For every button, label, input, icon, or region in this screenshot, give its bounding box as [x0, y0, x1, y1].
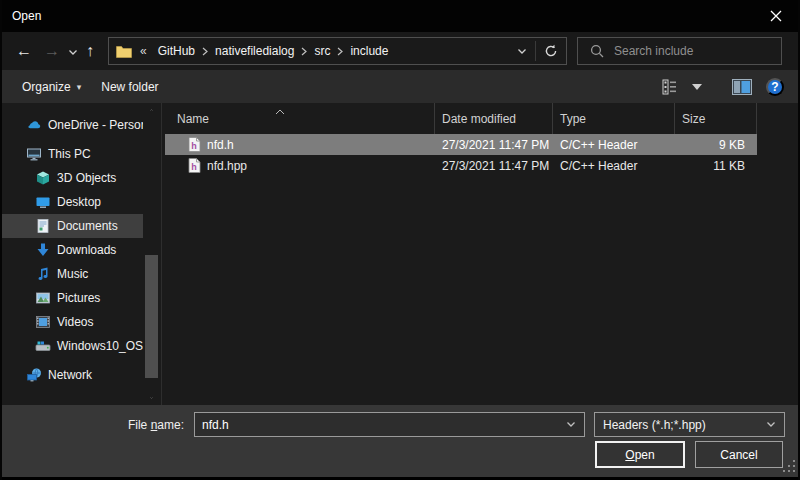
sidebar-item-music[interactable]: Music: [2, 262, 143, 286]
sidebar-item-downloads[interactable]: Downloads: [2, 238, 143, 262]
column-header-label: Date modified: [442, 112, 516, 126]
navigation-pane: OneDrive - Persor This PC 3D Objects Des…: [2, 103, 162, 405]
sidebar-item-this-pc[interactable]: This PC: [2, 142, 143, 166]
file-size: 11 KB: [675, 159, 755, 173]
back-button[interactable]: ←: [10, 39, 38, 63]
file-name-input[interactable]: [195, 417, 558, 433]
address-bar[interactable]: « GitHub nativefiledialog src include: [108, 37, 567, 65]
scroll-down-button[interactable]: [144, 391, 159, 405]
sidebar-scrollbar[interactable]: [144, 103, 159, 405]
sidebar-item-label: Desktop: [57, 195, 101, 209]
organize-label: Organize: [22, 80, 71, 94]
breadcrumb-overflow[interactable]: «: [136, 44, 151, 58]
preview-pane-button[interactable]: [726, 75, 758, 99]
column-header-date-modified[interactable]: Date modified: [435, 103, 553, 134]
title-bar: Open: [2, 0, 798, 32]
file-type: C/C++ Header: [553, 159, 675, 173]
file-type-dropdown-button[interactable]: [758, 421, 784, 428]
sidebar-item-label: Music: [57, 267, 88, 281]
refresh-button[interactable]: [536, 38, 566, 64]
column-header-type[interactable]: Type: [553, 103, 675, 134]
open-button[interactable]: Open: [595, 441, 685, 468]
up-button[interactable]: ↑: [80, 39, 100, 63]
pictures-icon: [35, 290, 51, 306]
resize-grip-icon[interactable]: [783, 460, 795, 472]
new-folder-label: New folder: [101, 80, 158, 94]
sidebar-item-documents[interactable]: Documents: [2, 214, 143, 238]
view-mode-dropdown-button[interactable]: [686, 80, 708, 94]
chevron-down-icon: [566, 421, 576, 428]
sidebar-item-desktop[interactable]: Desktop: [2, 190, 143, 214]
cancel-button[interactable]: Cancel: [695, 441, 783, 468]
caret-down-icon: ▾: [77, 82, 82, 92]
chevron-down-icon: [517, 48, 527, 55]
videos-icon: [35, 314, 51, 330]
sidebar-item-onedrive[interactable]: OneDrive - Persor: [2, 113, 143, 137]
navigation-bar: ← → ↑ « GitHub nativefiledialog src incl…: [2, 32, 798, 70]
file-row-nfd-h[interactable]: h nfd.h 27/3/2021 11:47 PM C/C++ Header …: [165, 134, 757, 155]
column-header-label: Size: [682, 112, 705, 126]
header-file-icon: h: [188, 158, 201, 173]
sidebar-item-pictures[interactable]: Pictures: [2, 286, 143, 310]
sidebar-item-windows10-os[interactable]: Windows10_OS (: [2, 334, 143, 358]
sidebar-item-label: This PC: [48, 147, 91, 161]
scrollbar-thumb[interactable]: [145, 255, 158, 378]
organize-button[interactable]: Organize ▾: [12, 74, 91, 100]
open-file-dialog: Open ← → ↑ « GitHub nativefiledialog src…: [0, 0, 800, 480]
sidebar-item-network[interactable]: Network: [2, 363, 143, 387]
address-dropdown-button[interactable]: [509, 38, 535, 64]
music-icon: [35, 266, 51, 282]
sidebar-item-label: Network: [48, 368, 92, 382]
file-row-nfd-hpp[interactable]: h nfd.hpp 27/3/2021 11:47 PM C/C++ Heade…: [165, 155, 757, 176]
details-view-icon: [662, 79, 680, 95]
search-icon: [590, 44, 604, 58]
file-size: 9 KB: [675, 138, 755, 152]
help-icon: ?: [771, 80, 778, 94]
new-folder-button[interactable]: New folder: [91, 74, 168, 100]
sidebar-item-label: Downloads: [57, 243, 116, 257]
desktop-icon: [35, 194, 51, 210]
onedrive-cloud-icon: [26, 117, 42, 133]
column-header-size[interactable]: Size: [675, 103, 757, 134]
file-name-dropdown-button[interactable]: [558, 421, 584, 428]
file-name: nfd.hpp: [207, 159, 247, 173]
3d-objects-icon: [35, 170, 51, 186]
chevron-up-icon: [150, 107, 153, 113]
file-name-label: File name:: [128, 418, 184, 432]
file-type: C/C++ Header: [553, 138, 675, 152]
column-header-name[interactable]: Name: [163, 103, 435, 134]
close-button[interactable]: [753, 0, 798, 32]
this-pc-icon: [26, 146, 42, 162]
view-mode-button[interactable]: [656, 75, 686, 99]
downloads-icon: [35, 242, 51, 258]
close-icon: [770, 10, 782, 22]
breadcrumb-item-github[interactable]: GitHub: [151, 44, 202, 58]
preview-pane-icon: [732, 79, 752, 95]
main-area: OneDrive - Persor This PC 3D Objects Des…: [2, 103, 798, 405]
refresh-icon: [544, 44, 558, 58]
svg-text:h: h: [191, 141, 197, 151]
file-type-select[interactable]: Headers (*.h;*.hpp): [594, 412, 785, 437]
chevron-down-icon: [68, 49, 78, 56]
sort-ascending-icon: [275, 104, 285, 118]
sidebar-item-label: OneDrive - Persor: [48, 118, 143, 132]
forward-icon: →: [44, 42, 60, 59]
dialog-footer: File name: Headers (*.h;*.hpp) Open Canc…: [2, 405, 798, 477]
sidebar-item-videos[interactable]: Videos: [2, 310, 143, 334]
back-icon: ←: [16, 42, 32, 59]
sidebar-item-label: 3D Objects: [57, 171, 116, 185]
file-list: Name Date modified Type Size h nfd.h 27/…: [163, 103, 800, 405]
drive-icon: [35, 338, 51, 354]
recent-locations-button[interactable]: [66, 39, 80, 63]
forward-button[interactable]: →: [38, 39, 66, 63]
folder-icon: [116, 45, 132, 58]
breadcrumb-item-nativefiledialog[interactable]: nativefiledialog: [208, 44, 301, 58]
help-button[interactable]: ?: [766, 78, 784, 96]
file-name-combobox: [194, 412, 585, 437]
breadcrumb-item-include[interactable]: include: [343, 44, 395, 58]
sidebar-item-3d-objects[interactable]: 3D Objects: [2, 166, 143, 190]
breadcrumb-item-src[interactable]: src: [307, 44, 337, 58]
scroll-up-button[interactable]: [144, 103, 159, 117]
column-header-label: Name: [177, 112, 209, 126]
search-input[interactable]: [612, 43, 781, 59]
